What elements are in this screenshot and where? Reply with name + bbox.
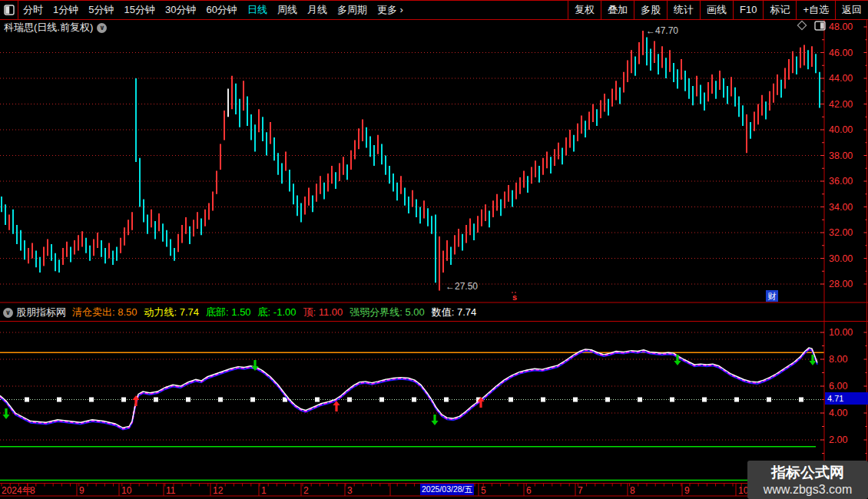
watermark-box: 指标公式网 www.zbgs3.com [747, 461, 868, 499]
x-axis-month-label: 3 [347, 485, 353, 496]
toolbar-period-多周期[interactable]: 多周期 [337, 3, 367, 17]
divider-square [250, 398, 255, 402]
diamond-icon[interactable] [797, 21, 806, 29]
collapse-indicator-icon[interactable]: ∨ [3, 308, 13, 318]
price-axis-label: 32.00 [829, 227, 853, 238]
divider-square [638, 398, 642, 402]
x-axis-month-label: 10 [121, 485, 132, 496]
sell-arrow-icon[interactable] [2, 408, 9, 419]
toolbar-period-30分钟[interactable]: 30分钟 [165, 3, 196, 17]
toolbar-right-actions: 复权叠加多股统计画线F10标记+自选返回 [568, 1, 868, 19]
power-line-magenta [0, 349, 817, 428]
price-axis-label: 42.00 [829, 99, 853, 110]
x-axis-year-label: 2024年 [2, 485, 31, 496]
price-axis-label: 30.00 [829, 253, 853, 264]
toolbar-action-标记[interactable]: 标记 [763, 1, 796, 19]
toolbar-action-画线[interactable]: 画线 [700, 1, 733, 19]
x-axis-month-label: 9 [79, 485, 84, 496]
divider-square [734, 398, 739, 402]
divider-square [605, 398, 610, 402]
power-line-white [0, 348, 817, 428]
divider-square [218, 398, 223, 402]
selected-date-tag: 2025/03/28/五 [420, 484, 474, 495]
toolbar-period-分时[interactable]: 分时 [23, 3, 43, 17]
toolbar-period-15分钟[interactable]: 15分钟 [124, 3, 154, 17]
indicator-field-强弱分界线: 强弱分界线: 5.00 [350, 306, 425, 319]
panel-icon[interactable] [815, 21, 825, 30]
price-annotation: ←47.70 [646, 25, 678, 36]
divider-square [573, 398, 578, 402]
divider-square [347, 398, 352, 402]
price-axis-label: 34.00 [829, 202, 853, 213]
toolbar-action-返回[interactable]: 返回 [835, 1, 868, 19]
x-axis-month-label: 2 [303, 485, 309, 496]
sell-arrow-icon[interactable] [431, 415, 438, 425]
indicator-value-tag: 4.71 [825, 392, 868, 405]
ind-axis-label: 6.00 [829, 381, 847, 392]
divider-square [154, 398, 158, 402]
toolbar-period-5分钟[interactable]: 5分钟 [88, 3, 114, 17]
divider-square [25, 398, 29, 402]
period-tabs: 分时1分钟5分钟15分钟30分钟60分钟日线周线月线多周期更多 › [23, 3, 413, 17]
indicator-field-底部: 底部: 1.50 [206, 306, 251, 319]
trading-app-window: ←47.70←27.50s财48.0046.0044.0042.0040.003… [0, 0, 868, 499]
divider-square [799, 398, 803, 402]
indicator-field-动力线: 动力线: 7.74 [144, 306, 200, 319]
toolbar-action-叠加[interactable]: 叠加 [601, 1, 634, 19]
divider-square [670, 398, 674, 402]
toolbar-action-统计[interactable]: 统计 [667, 1, 700, 19]
x-axis-month-label: 7 [578, 485, 583, 496]
price-axis-label: 40.00 [829, 124, 853, 135]
toolbar-period-1分钟[interactable]: 1分钟 [53, 3, 78, 17]
price-axis-label: 48.00 [829, 21, 853, 32]
stock-title: 科瑞思(日线.前复权) ∨ [4, 21, 107, 35]
divider-square [767, 398, 771, 402]
toolbar-period-日线[interactable]: 日线 [247, 3, 267, 17]
indicator-field-清仓卖出: 清仓卖出: 8.50 [72, 306, 137, 319]
toolbar-action-复权[interactable]: 复权 [568, 1, 601, 19]
ind-axis-label: 8.00 [829, 354, 847, 365]
ind-axis-label: 4.00 [829, 408, 847, 418]
panel-layout-icon[interactable] [0, 1, 18, 19]
divider-square [541, 398, 545, 402]
chevron-down-icon[interactable]: ∨ [97, 23, 107, 33]
x-axis-month-label: 9 [684, 485, 690, 496]
x-axis-month-label: 5 [481, 485, 486, 496]
indicator-field-数值: 数值: 7.74 [432, 306, 477, 319]
toolbar-period-月线[interactable]: 月线 [307, 3, 327, 17]
x-axis-month-label: 6 [526, 485, 532, 496]
toolbar-action-F10[interactable]: F10 [733, 1, 763, 19]
indicator-field-底: 底: -1.00 [258, 306, 297, 319]
toolbar-period-周线[interactable]: 周线 [277, 3, 297, 17]
toolbar-action-多股[interactable]: 多股 [634, 1, 667, 19]
price-axis-label: 28.00 [829, 279, 853, 289]
chart-canvas[interactable]: ←47.70←27.50s财48.0046.0044.0042.0040.003… [0, 0, 868, 499]
divider-square [379, 398, 384, 402]
indicator-field-顶: 顶: 11.00 [303, 306, 343, 319]
price-annotation: ←27.50 [446, 281, 478, 292]
watermark-url: www.zbgs3.com [747, 483, 868, 497]
indicator-header: ∨ 股朋指标网 清仓卖出: 8.50动力线: 7.74底部: 1.50底: -1… [3, 305, 483, 320]
top-toolbar: 分时1分钟5分钟15分钟30分钟60分钟日线周线月线多周期更多 › 复权叠加多股… [0, 0, 868, 20]
toolbar-action-+自选[interactable]: +自选 [796, 1, 835, 19]
x-axis-month-label: 8 [630, 485, 635, 496]
divider-square [57, 398, 61, 402]
report-marker: 财 [768, 292, 777, 301]
price-axis-label: 38.00 [829, 150, 853, 161]
divider-square [121, 398, 126, 402]
toolbar-period-更多 ›[interactable]: 更多 › [377, 3, 403, 17]
dividend-marker: s [512, 292, 517, 302]
watermark-site-name: 指标公式网 [747, 463, 868, 483]
price-axis-label: 36.00 [829, 176, 853, 187]
corner-icons-svg [794, 20, 828, 32]
divider-square [89, 398, 94, 402]
toolbar-period-60分钟[interactable]: 60分钟 [206, 3, 237, 17]
price-axis-label: 44.00 [829, 73, 853, 84]
page-title: 科瑞思(日线.前复权) [4, 21, 93, 35]
x-axis-month-label: 12 [213, 485, 224, 496]
indicator-source: 股朋指标网 [16, 306, 66, 319]
divider-square [702, 398, 707, 402]
price-axis-label: 46.00 [829, 48, 853, 58]
ind-axis-label: 2.00 [829, 435, 847, 445]
divider-square [412, 398, 416, 402]
